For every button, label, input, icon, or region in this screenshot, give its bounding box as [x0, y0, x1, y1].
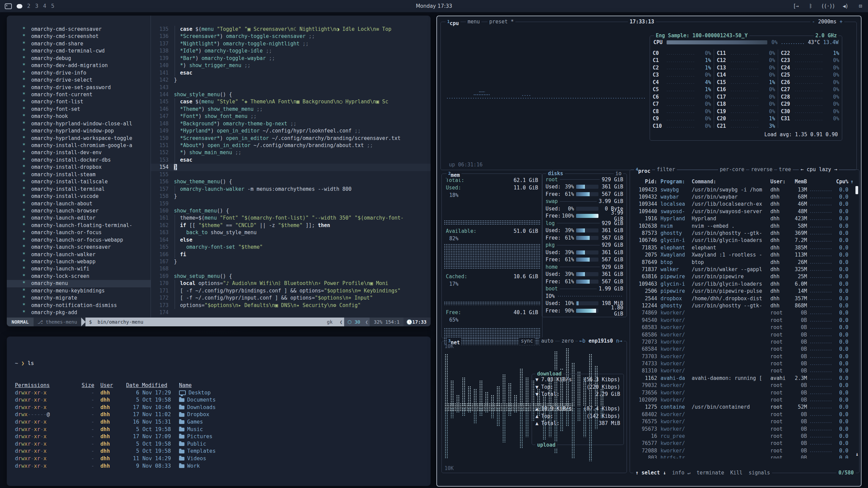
file-item[interactable]: *omarchy-font-set — [7, 106, 151, 113]
info-action[interactable]: info ↵ — [672, 469, 690, 476]
process-row[interactable]: 109344localsea/usr/lib/localsearch-exdhh… — [630, 201, 854, 208]
file-item[interactable]: *omarchy-lock-screen — [7, 273, 151, 280]
signals-action[interactable]: signals — [749, 469, 770, 476]
proc-per-core-button[interactable]: per-core — [718, 166, 746, 173]
process-row[interactable]: 68402kworker/root0B0.0 — [630, 411, 854, 418]
file-item[interactable]: *omarchy-drive-select — [7, 77, 151, 84]
file-item[interactable]: *omarchy-launch-browser — [7, 207, 151, 215]
terminate-action[interactable]: terminate — [697, 469, 724, 476]
process-row[interactable]: 2544dropbox/home/dhh/.dropbox-distdhh357… — [630, 295, 854, 302]
process-row[interactable]: 1162avahi-daavahi-daemon: running [avahi… — [630, 374, 854, 382]
file-item[interactable]: *omarchy-launch-floating-terminal- — [7, 222, 151, 229]
file-item[interactable]: *omarchy-hook — [7, 113, 151, 120]
process-row[interactable]: 79032kworker/root0B0.0 — [630, 382, 854, 389]
process-row[interactable]: 68584kworker/root0B0.0 — [630, 346, 854, 353]
file-item[interactable]: *omarchy-menu — [7, 280, 151, 287]
process-row[interactable]: 106746glycin-i/usr/lib/glycin-loadersdhh… — [630, 237, 854, 244]
process-row[interactable]: 74733kworker/root0B0.0 — [630, 360, 854, 367]
file-item[interactable]: *omarchy-font-list — [7, 98, 151, 105]
file-item[interactable]: *omarchy-install-chromium-google-a — [7, 142, 151, 149]
process-row[interactable]: 68586kworker/root0B0.0 — [630, 331, 854, 338]
process-row[interactable]: 109423swaybg/usr/bin/swaybg -i /homdhh13… — [630, 186, 854, 193]
file-item[interactable]: *omarchy-launch-wifi — [7, 265, 151, 272]
file-item[interactable]: *omarchy-drive-set-password — [7, 84, 151, 91]
file-item[interactable]: *omarchy-launch-webapp — [7, 258, 151, 265]
file-item[interactable]: *omarchy-cmd-terminal-cwd — [7, 47, 151, 55]
network-icon[interactable]: ((·)) — [821, 3, 835, 9]
process-row[interactable]: 74869kworker/root0B0.0 — [630, 309, 854, 317]
process-row[interactable]: 63816pipewire/usr/bin/pipewiredhh25M0.0 — [630, 273, 854, 280]
file-item[interactable]: *omarchy-hyprland-workspace-toggle — [7, 135, 151, 142]
file-item[interactable]: *omarchy-install-steam — [7, 171, 151, 178]
process-row[interactable]: 87573ghostty/usr/bin/ghostty --gtk-dhh36… — [630, 229, 854, 237]
process-row[interactable]: 72088kworker/root0B0.0 — [630, 447, 854, 454]
interval-minus-button[interactable]: - — [812, 19, 815, 25]
file-item[interactable]: *omarchy-hyprland-window-close-all — [7, 120, 151, 127]
file-item[interactable]: *omarchy-hyprland-window-pop — [7, 127, 151, 135]
process-row[interactable]: 87649btopbtopdhh26M0.0 — [630, 259, 854, 266]
process-row[interactable]: 803btrfs-trroot0B0.0 — [630, 454, 854, 459]
file-item[interactable]: *omarchy-dev-add-migration — [7, 62, 151, 69]
net-zero-button[interactable]: zero — [560, 338, 575, 344]
proc-scrollbar-thumb[interactable] — [855, 186, 858, 194]
file-item[interactable]: *omarchy-debug — [7, 55, 151, 62]
file-item[interactable]: *omarchy-launch-screensaver — [7, 244, 151, 251]
net-auto-button[interactable]: auto — [539, 338, 555, 344]
iface-prev-button[interactable]: ←b — [579, 338, 586, 344]
bluetooth-icon[interactable]: ᛒ — [806, 3, 815, 9]
process-row[interactable]: 1916HyprlandHyprlanddhh423M0.0 — [630, 215, 854, 222]
file-item[interactable]: *omarchy-menu-keybindings — [7, 287, 151, 294]
file-item[interactable]: *omarchy-cmd-screenshot — [7, 33, 151, 40]
file-item[interactable]: *omarchy-install-dev-env — [7, 149, 151, 156]
process-row[interactable]: 95673kworker/root0B0.0 — [630, 425, 854, 432]
logout-icon[interactable]: [→ — [791, 3, 800, 9]
file-item[interactable]: *omarchy-font-current — [7, 91, 151, 98]
file-item[interactable]: *omarchy-install-terminal — [7, 186, 151, 193]
proc-sort-selector[interactable]: ← cpu lazy → — [799, 166, 839, 173]
interval-plus-button[interactable]: + — [840, 19, 843, 25]
file-item[interactable]: *omarchy-launch-walker — [7, 251, 151, 258]
process-row[interactable]: 2506pipewire/usr/bin/pipewire-pulsedhh14… — [630, 287, 854, 294]
process-row[interactable]: 76577kworker/root0B0.0 — [630, 440, 854, 447]
file-item[interactable]: *omarchy-launch-or-focus-webapp — [7, 237, 151, 244]
process-row[interactable]: 71837walker/usr/bin/walker --gappldhh325… — [630, 266, 854, 273]
file-item[interactable]: *omarchy-migrate — [7, 294, 151, 302]
process-row[interactable]: 71835elephantelephantdhh385M0.0 — [630, 244, 854, 251]
process-row[interactable]: 102099kworker/root0B0.0 — [630, 396, 854, 403]
process-row[interactable]: 109432waybar/usr/bin/waybardhh68M0.0 — [630, 193, 854, 200]
file-item[interactable]: *omarchy-pkg-add — [7, 309, 151, 316]
process-row[interactable]: 16rcu_preeroot0B0.0 — [630, 432, 854, 440]
file-item[interactable]: *omarchy-install-tailscale — [7, 178, 151, 185]
proc-reverse-button[interactable]: reverse — [749, 166, 774, 173]
file-item[interactable]: *omarchy-install-dropbox — [7, 164, 151, 171]
menu-button[interactable]: menu — [466, 18, 481, 25]
process-row[interactable]: 1275containe/usr/bin/containerdroot52M0.… — [630, 404, 854, 411]
net-sync-button[interactable]: sync — [519, 338, 535, 344]
file-item[interactable]: *omarchy-cmd-screensaver — [7, 26, 151, 33]
volume-icon[interactable]: ◀) — [841, 3, 850, 9]
kill-action[interactable]: Kill — [730, 469, 743, 476]
file-item[interactable]: *omarchy-launch-editor — [7, 215, 151, 222]
process-row[interactable]: 73656kworker/root0B0.0 — [630, 389, 854, 396]
file-item[interactable]: *omarchy-launch-or-focus — [7, 229, 151, 236]
process-row[interactable]: 81310kworker/root0B0.0 — [630, 367, 854, 374]
file-item[interactable]: *omarchy-drive-info — [7, 69, 151, 77]
iface-next-button[interactable]: n→ — [616, 338, 622, 344]
cpu-icon[interactable]: ⊡ — [856, 3, 865, 9]
process-row[interactable]: 109440swayosd-/usr/bin/swayosd-serverdhh… — [630, 208, 854, 215]
file-item[interactable]: *omarchy-install-vscode — [7, 193, 151, 200]
file-item[interactable]: *omarchy-cmd-share — [7, 40, 151, 47]
process-row[interactable]: 109463glycin-i/usr/lib/glycin-loadersdhh… — [630, 280, 854, 287]
preset-button[interactable]: preset * — [488, 18, 515, 25]
process-row[interactable]: 76575kworker/root0B0.0 — [630, 418, 854, 425]
proc-tree-button[interactable]: tree — [777, 166, 793, 173]
process-row[interactable]: 12244ghostty/usr/bin/ghostty --gtk-dhh86… — [630, 302, 854, 309]
select-action[interactable]: select — [642, 470, 660, 476]
process-row[interactable]: 94540kworker/root0B0.0 — [630, 317, 854, 324]
file-item[interactable]: *omarchy-install-docker-dbs — [7, 157, 151, 164]
io-mode-button[interactable]: io — [614, 170, 623, 177]
file-item[interactable]: *omarchy-notification-dismiss — [7, 302, 151, 309]
process-row[interactable]: 2075XwaylandXwayland :1 -rootless -dhh11… — [630, 251, 854, 259]
proc-filter-button[interactable]: filter — [655, 166, 677, 173]
process-row[interactable]: 72073kworker/root0B0.0 — [630, 338, 854, 345]
